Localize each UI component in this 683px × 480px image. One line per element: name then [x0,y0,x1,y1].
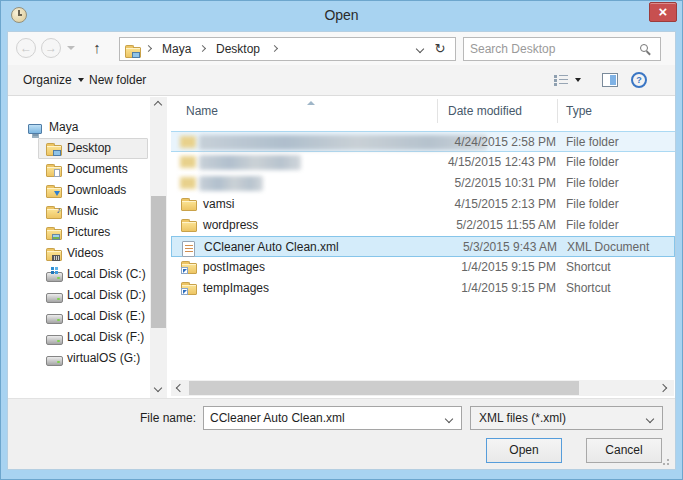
cancel-button[interactable]: Cancel [586,438,662,463]
table-row[interactable]: 4/15/2015 12:43 PM File folder [171,152,675,173]
videos-folder-icon [46,250,62,261]
list-header: Name Date modified Type [171,97,675,125]
breadcrumb-desktop[interactable]: Desktop [212,38,264,60]
system-drive-icon [46,272,63,282]
column-header-date-modified[interactable]: Date modified [448,97,522,125]
sidebar-scrollbar[interactable] [150,97,167,398]
sort-ascending-icon [307,101,315,105]
drive-icon [46,314,63,324]
toolbar: Organize New folder [8,65,675,96]
computer-icon [28,124,42,134]
breadcrumb-separator-icon [271,45,278,52]
table-row[interactable]: postImages 1/4/2015 9:15 PM Shortcut [171,257,675,278]
dialog-body: Maya Desktop Organize New folder [7,31,676,470]
sidebar-item-downloads[interactable]: Downloads [8,180,150,201]
breadcrumb-maya[interactable]: Maya [158,38,195,60]
navigation-pane: Maya Desktop Documents Downloads [8,97,150,398]
scroll-left-button[interactable] [171,380,188,396]
sidebar-item-pictures[interactable]: Pictures [8,222,150,243]
redacted-folder-icon [180,177,196,189]
documents-folder-icon [46,166,62,177]
chevron-down-icon [646,415,654,423]
file-name-combobox [203,406,462,430]
folder-icon [181,200,197,211]
scrollbar-thumb[interactable] [189,381,579,395]
sidebar-item-local-disk-e[interactable]: Local Disk (E:) [8,306,150,327]
up-button[interactable] [88,37,106,59]
search-icon[interactable] [640,44,648,52]
redacted-folder-icon [180,136,196,148]
folder-shortcut-icon [181,263,197,274]
refresh-icon[interactable] [429,38,451,60]
forward-button[interactable] [41,38,61,58]
table-row[interactable]: 5/2/2015 10:31 PM File folder [171,173,675,194]
breadcrumb-separator-icon [145,45,152,52]
address-bar[interactable]: Maya Desktop [119,37,456,61]
organize-menu-button[interactable]: Organize [23,65,84,95]
table-row-selected[interactable]: CCleaner Auto Clean.xml 5/3/2015 9:43 AM… [171,236,675,257]
title-bar: Open [1,1,682,31]
column-header-name[interactable]: Name [186,97,218,125]
breadcrumb-separator-icon [199,45,206,52]
table-row[interactable]: wordpress 5/2/2015 11:55 AM File folder [171,215,675,236]
sidebar-item-virtualos-g[interactable]: virtualOS (G:) [8,348,150,369]
sidebar-item-local-disk-f[interactable]: Local Disk (F:) [8,327,150,348]
desktop-folder-icon [46,145,62,156]
file-list: Name Date modified Type 4/24/2015 2:58 P… [171,97,675,398]
scroll-up-button[interactable] [150,97,167,113]
drive-icon [46,335,63,345]
column-divider[interactable] [557,99,558,123]
recent-locations-dropdown-icon[interactable] [67,46,75,50]
new-folder-button[interactable]: New folder [89,65,146,95]
redacted-name [199,155,301,170]
open-button[interactable]: Open [486,438,562,463]
address-dropdown-icon[interactable] [416,45,424,53]
table-row[interactable]: vamsi 4/15/2015 2:13 PM File folder [171,194,675,215]
redacted-name [199,176,263,191]
file-name-label: File name: [8,411,196,425]
sidebar-item-maya[interactable]: Maya [8,117,150,138]
scroll-right-button[interactable] [657,380,674,396]
sidebar-item-videos[interactable]: Videos [8,243,150,264]
resize-grip[interactable] [667,459,669,461]
close-button[interactable] [649,2,677,22]
help-icon[interactable] [631,72,647,88]
file-rows: 4/24/2015 2:58 PM File folder 4/15/2015 … [171,131,675,299]
chevron-down-icon[interactable] [445,415,453,423]
xml-document-icon [182,241,195,257]
music-folder-icon [46,208,62,219]
scrollbar-thumb[interactable] [151,196,166,328]
open-dialog-window: Open Maya Desktop [0,0,683,480]
pictures-folder-icon [46,229,62,240]
column-divider[interactable] [437,99,438,123]
redacted-folder-icon [180,156,196,168]
file-list-horizontal-scrollbar[interactable] [171,380,674,396]
navigation-bar: Maya Desktop [8,32,675,65]
desktop-folder-icon [125,47,141,58]
file-type-dropdown[interactable]: XML files (*.xml) [470,406,663,430]
back-button[interactable] [16,38,36,58]
view-mode-icon[interactable] [554,74,568,86]
drive-icon [46,293,63,303]
folder-icon [181,221,197,232]
table-row[interactable]: 4/24/2015 2:58 PM File folder [171,131,675,152]
downloads-folder-icon [46,187,62,198]
sidebar-item-documents[interactable]: Documents [8,159,150,180]
file-name-input[interactable] [210,408,435,428]
sidebar-item-local-disk-d[interactable]: Local Disk (D:) [8,285,150,306]
view-mode-dropdown-icon[interactable] [575,78,581,82]
search-box [463,37,661,61]
sidebar-item-local-disk-c[interactable]: Local Disk (C:) [8,264,150,285]
sidebar-item-desktop[interactable]: Desktop [8,138,150,159]
preview-pane-icon[interactable] [602,73,618,87]
dialog-footer: File name: XML files (*.xml) Open Cancel [8,398,675,469]
main-area: Maya Desktop Documents Downloads [8,97,675,398]
sidebar-item-music[interactable]: Music [8,201,150,222]
table-row[interactable]: tempImages 1/4/2015 9:15 PM Shortcut [171,278,675,299]
scroll-down-button[interactable] [150,382,167,398]
search-input[interactable] [470,39,630,59]
column-header-type[interactable]: Type [566,97,592,125]
drive-icon [46,356,63,366]
folder-shortcut-icon [181,284,197,295]
window-title: Open [1,1,682,31]
